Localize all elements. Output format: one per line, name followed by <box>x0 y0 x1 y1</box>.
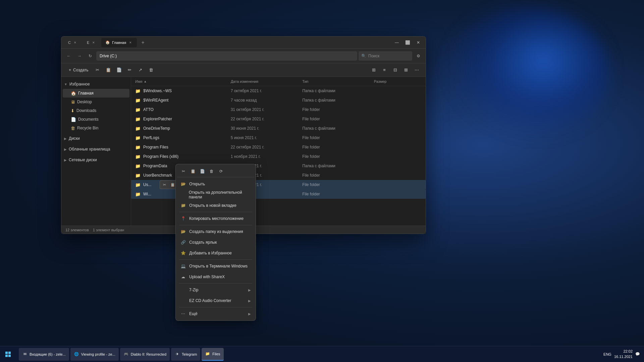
sort-button[interactable]: ≡ <box>379 65 389 75</box>
tab-e-close[interactable]: ✕ <box>91 40 96 45</box>
ctx-terminal-item[interactable]: 💻 Открыть в Терминале Windows <box>177 261 254 272</box>
table-row[interactable]: 📁 $WinREAgent 7 часов назад Папка с файл… <box>131 96 426 105</box>
group-button[interactable]: ⊟ <box>390 65 400 75</box>
taskbar-items: ✉ Входящие (6) - zele... 🌐 Viewing profi… <box>16 348 599 361</box>
notification-icon[interactable]: 💬 <box>635 352 640 356</box>
ctx-divider-2 <box>179 225 252 225</box>
ctx-create-shortcut-item[interactable]: 🔗 Создать ярлык <box>177 237 254 248</box>
table-row[interactable]: 📁 Program Files (x86) 1 ноября 2021 г. F… <box>131 152 426 161</box>
create-button[interactable]: + Создать <box>65 65 92 75</box>
filename-text: ExplorerPatcher <box>143 117 172 121</box>
ctx-paste-button[interactable]: 📄 <box>198 167 207 176</box>
table-row[interactable]: 📁 ExplorerPatcher 22 октября 2021 г. Fil… <box>131 114 426 124</box>
refresh-button[interactable]: ↻ <box>86 51 95 61</box>
ctx-sharex-item[interactable]: ☁ Upload with ShareX <box>177 272 254 282</box>
filename-text: Us... <box>143 182 152 187</box>
row-cut-button[interactable]: ✂ <box>161 181 168 188</box>
filename-text: PerfLogs <box>143 135 159 140</box>
ctx-cut-button[interactable]: ✂ <box>179 167 188 176</box>
tab-c[interactable]: C ✕ <box>64 38 82 47</box>
ctx-open-tab-item[interactable]: 📁 Открыть в новой вкладке <box>177 200 254 211</box>
ctx-copy-button[interactable]: 📋 <box>189 167 197 176</box>
ctx-7zip-item[interactable]: 7-Zip ▶ <box>177 285 254 295</box>
sidebar-cloud-header[interactable]: ▶ Облачные хранилища <box>61 144 131 154</box>
table-row[interactable]: 📁 OneDriveTemp 30 июня 2021 г. Папка с ф… <box>131 124 426 133</box>
start-button[interactable] <box>0 346 16 362</box>
ctx-open-item[interactable]: 📂 Открыть <box>177 179 254 189</box>
taskbar-item-browser[interactable]: 🌐 Viewing profile - ze... <box>70 348 119 361</box>
ctx-ezcd-item[interactable]: EZ CD Audio Converter ▶ <box>177 295 254 306</box>
tab-e[interactable]: E ✕ <box>83 38 100 47</box>
file-date-cell: 5 июня 2021 г. <box>231 135 303 140</box>
taskbar-item-inbox[interactable]: ✉ Входящие (6) - zele... <box>19 348 69 361</box>
ctx-add-favorites-item[interactable]: ⭐ Добавить в Избранное <box>177 248 254 258</box>
ctx-7zip-label: 7-Zip <box>189 288 198 292</box>
file-date-cell: 30 июня 2021 г. <box>231 126 303 131</box>
taskbar-item-files[interactable]: 📁 Files <box>202 348 223 361</box>
ctx-delete-button[interactable]: 🗑 <box>207 167 216 176</box>
folder-icon: 📁 <box>135 182 141 187</box>
share-button[interactable]: ↗ <box>136 65 146 75</box>
col-name-header: Имя ▲ <box>135 79 231 83</box>
taskbar-item-telegram[interactable]: ✈ Telegram <box>171 348 200 361</box>
sidebar-drives-header[interactable]: ▶ Диски <box>61 134 131 143</box>
table-row[interactable]: 📁 ATTO 31 октября 2021 г. File folder <box>131 105 426 114</box>
desktop-decoration <box>443 7 610 141</box>
address-bar[interactable]: Drive (C:) <box>96 51 357 61</box>
sidebar-network-header[interactable]: ▶ Сетевые диски <box>61 155 131 165</box>
taskbar: ✉ Входящие (6) - zele... 🌐 Viewing profi… <box>0 346 644 362</box>
taskbar-item-game[interactable]: 🎮 Diablo II: Resurrected <box>120 348 170 361</box>
sidebar-item-home[interactable]: 🏠 Главная <box>63 89 129 98</box>
view-grid-button[interactable]: ⊞ <box>369 65 379 75</box>
col-date-header: Дата изменения <box>231 79 303 83</box>
view-toggle-button[interactable]: ⊠ <box>401 65 411 75</box>
ctx-divider-1 <box>179 212 252 212</box>
sidebar-favorites-header[interactable]: ▼ Избранное <box>61 79 131 89</box>
filename-text: Wi... <box>143 192 151 196</box>
sidebar-item-downloads[interactable]: ⬇ Downloads <box>63 106 129 115</box>
ctx-rename-button[interactable]: ⟳ <box>217 167 225 176</box>
close-button[interactable]: ✕ <box>414 38 423 47</box>
filename-text: Program Files (x86) <box>143 154 178 159</box>
filename-text: Program Files <box>143 145 168 149</box>
table-row[interactable]: 📁 $Windows.~WS 7 октября 2021 г. Папка с… <box>131 86 426 96</box>
folder-icon: 📁 <box>135 98 141 103</box>
taskbar-files-label: Files <box>212 352 220 356</box>
rename-button[interactable]: ✏ <box>125 65 135 75</box>
back-button[interactable]: ← <box>64 51 73 61</box>
delete-button[interactable]: 🗑 <box>146 65 156 75</box>
sidebar-item-recycle[interactable]: 🗑 Recycle Bin <box>63 124 129 132</box>
tab-home-label: Главная <box>112 41 126 45</box>
more-options-button[interactable]: ⋯ <box>412 65 422 75</box>
settings-button[interactable]: ⚙ <box>414 51 423 61</box>
ctx-terminal-label: Открыть в Терминале Windows <box>189 264 248 268</box>
toolbar-right: ⊞ ≡ ⊟ ⊠ ⋯ <box>369 65 422 75</box>
paste-button[interactable]: 📄 <box>114 65 124 75</box>
filename-text: OneDriveTemp <box>143 126 170 131</box>
terminal-icon: 💻 <box>180 263 186 269</box>
ctx-more-item[interactable]: ⋯ Ещё ▶ <box>177 308 254 319</box>
forward-button[interactable]: → <box>75 51 84 61</box>
minimize-button[interactable]: — <box>392 38 401 47</box>
taskbar-game-label: Diablo II: Resurrected <box>131 352 166 356</box>
filename-text: UserBenchmark <box>143 173 172 178</box>
ctx-sharex-label: Upload with ShareX <box>189 275 225 279</box>
sidebar-item-desktop[interactable]: 🖥 Desktop <box>63 98 129 106</box>
copy-button[interactable]: 📋 <box>103 65 113 75</box>
tab-c-close[interactable]: ✕ <box>73 40 77 45</box>
ctx-divider-3 <box>179 259 252 260</box>
tab-home-close[interactable]: ✕ <box>128 40 133 45</box>
taskbar-browser-label: Viewing profile - ze... <box>81 352 115 356</box>
cut-button[interactable]: ✂ <box>93 65 103 75</box>
sidebar-item-documents[interactable]: 📄 Documents <box>63 115 129 124</box>
new-tab-button[interactable]: + <box>138 38 148 47</box>
maximize-button[interactable]: ⬜ <box>403 38 412 47</box>
table-row[interactable]: 📁 PerfLogs 5 июня 2021 г. File folder <box>131 133 426 142</box>
table-row[interactable]: 📁 Program Files 22 октября 2021 г. File … <box>131 142 426 152</box>
ctx-create-folder-item[interactable]: 📂 Создать папку из выделения <box>177 226 254 237</box>
ctx-open-panel-item[interactable]: Открыть на дополнительной панели <box>177 189 254 200</box>
tab-home[interactable]: 🏠 Главная ✕ <box>101 38 137 47</box>
col-name-label: Имя <box>135 79 142 83</box>
search-box[interactable]: 🔍 Поиск <box>359 51 412 61</box>
ctx-copy-location-item[interactable]: 📍 Копировать местоположение <box>177 213 254 224</box>
